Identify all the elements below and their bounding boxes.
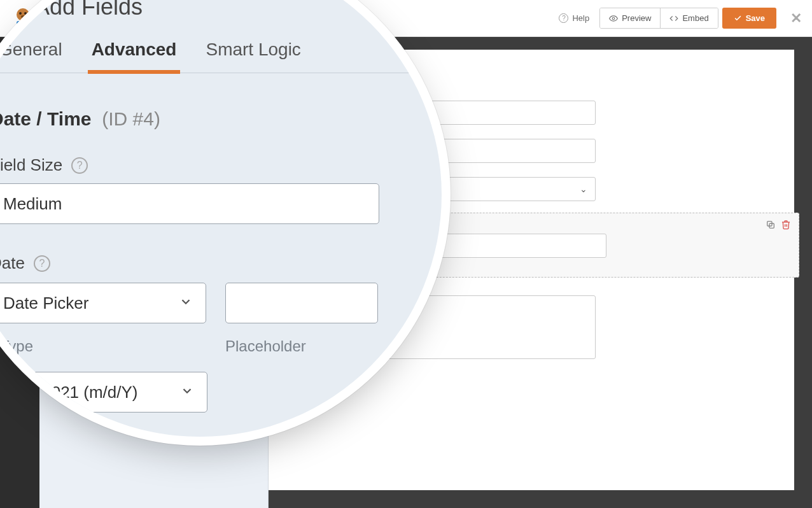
placeholder-sublabel: Placeholder <box>225 337 306 355</box>
svg-point-7 <box>612 17 615 20</box>
code-icon <box>669 14 678 23</box>
field-option-tabs: General Advanced Smart Logic <box>0 39 416 73</box>
help-icon[interactable]: ? <box>34 255 50 272</box>
date-type-select[interactable]: Date Picker <box>0 283 206 323</box>
duplicate-icon[interactable] <box>766 220 776 230</box>
tab-smart-logic[interactable]: Smart Logic <box>206 39 300 62</box>
svg-point-3 <box>21 15 25 18</box>
field-type-name: Date / Time <box>0 108 92 129</box>
field-heading: Date / Time (ID #4) <box>0 108 160 130</box>
embed-button[interactable]: Embed <box>661 8 717 28</box>
field-size-label: Field Size ? <box>0 155 88 175</box>
field-row-actions <box>766 220 791 230</box>
preview-button[interactable]: Preview <box>600 8 661 28</box>
chevron-down-icon <box>180 383 194 402</box>
save-button[interactable]: Save <box>722 8 776 29</box>
check-icon <box>734 14 742 22</box>
help-icon: ? <box>559 13 568 23</box>
help-link[interactable]: ? Help <box>552 10 596 27</box>
date-section-label: Date ? <box>0 253 50 273</box>
field-id <box>97 108 102 129</box>
help-icon[interactable]: ? <box>71 157 88 174</box>
help-label: Help <box>572 13 589 23</box>
trash-icon[interactable] <box>781 220 791 230</box>
field-size-select[interactable]: Medium <box>0 183 379 224</box>
eye-icon <box>609 14 618 23</box>
preview-embed-group: Preview Embed <box>599 8 718 29</box>
svg-point-2 <box>24 12 27 15</box>
chevron-down-icon <box>179 293 193 313</box>
save-label: Save <box>746 13 765 23</box>
field-size-value: Medium <box>3 194 62 214</box>
svg-point-0 <box>17 8 29 21</box>
date-type-value: Date Picker <box>3 293 88 313</box>
preview-label: Preview <box>622 13 651 23</box>
close-icon[interactable]: ✕ <box>790 10 802 27</box>
date-placeholder-input[interactable] <box>225 283 378 323</box>
svg-point-1 <box>19 12 22 15</box>
tab-advanced[interactable]: Advanced <box>92 39 177 62</box>
embed-label: Embed <box>682 13 708 23</box>
